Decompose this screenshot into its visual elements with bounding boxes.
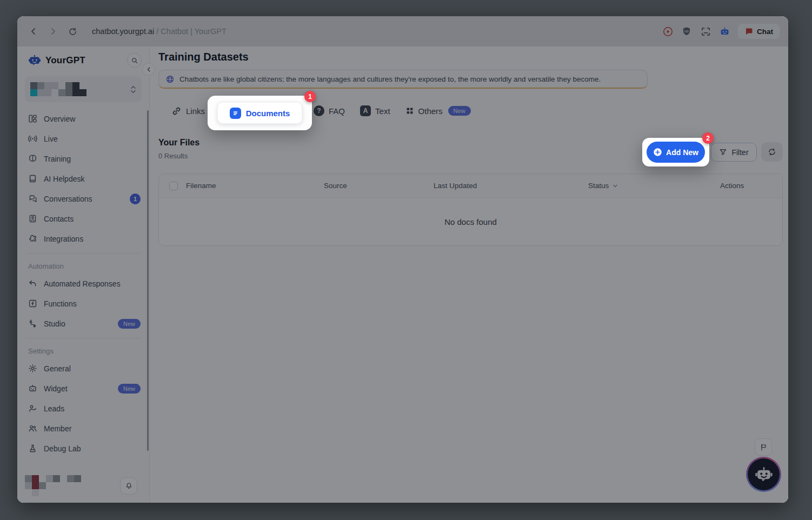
documents-tab-spotlight: Documents [208,96,312,130]
walkthrough-step-2-badge: 2 [702,132,714,144]
tab-label: Documents [246,109,290,118]
document-icon [230,108,241,119]
walkthrough-step-1-badge: 1 [304,91,316,102]
desktop-background: chatbot.yourgpt.ai / Chatbot | YourGPT U… [0,0,812,520]
browser-window: chatbot.yourgpt.ai / Chatbot | YourGPT U… [17,16,788,503]
add-new-button-label: Add New [666,148,698,157]
add-new-spotlight: Add New [642,138,709,166]
add-new-button[interactable]: Add New [647,142,705,163]
plus-circle-icon [653,148,662,157]
walkthrough-dim-overlay [17,16,788,503]
tab-documents[interactable]: Documents [217,102,302,124]
